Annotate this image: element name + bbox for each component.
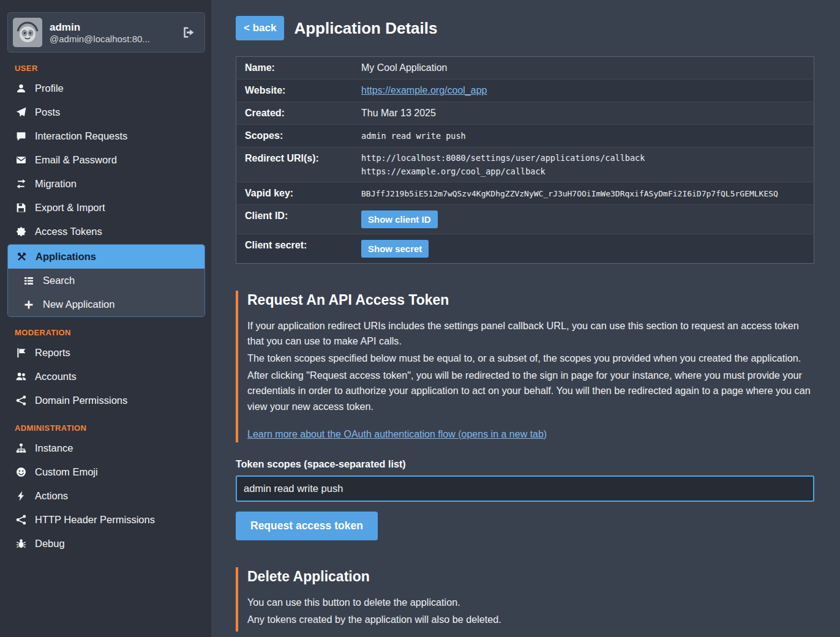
user-card[interactable]: admin @admin@localhost:80... — [7, 12, 205, 53]
request-token-section: Request An API Access Token If your appl… — [236, 291, 814, 442]
scopes-value: admin read write push — [361, 125, 814, 147]
seal-icon — [15, 226, 27, 237]
section-label-user: USER — [15, 64, 205, 73]
settings-panel: admin @admin@localhost:80... USER Profil… — [0, 0, 840, 637]
section-label-moderation: MODERATION — [15, 328, 205, 337]
sidebar-item-label: Debug — [35, 538, 65, 549]
section-paragraph: After clicking "Request access token", y… — [247, 368, 814, 414]
website-link[interactable]: https://example.org/cool_app — [361, 85, 487, 95]
user-icon — [15, 83, 27, 94]
logout-icon[interactable] — [180, 24, 197, 41]
sidebar-item-custom-emoji[interactable]: Custom Emoji — [7, 460, 205, 484]
table-row: Website: https://example.org/cool_app — [236, 80, 814, 102]
users-icon — [15, 371, 27, 382]
back-button[interactable]: < back — [236, 16, 284, 40]
request-access-token-button[interactable]: Request access token — [236, 512, 378, 540]
sidebar-item-new-application[interactable]: New Application — [8, 292, 204, 316]
sidebar-item-label: Domain Permissions — [35, 395, 127, 406]
token-scopes-input[interactable] — [236, 475, 814, 502]
bolt-icon — [15, 491, 27, 501]
table-row: Vapid key: BBJffJ219b5iE512m7wQSzv4KgKDh… — [236, 182, 814, 205]
username: admin — [50, 21, 173, 34]
sidebar-item-debug[interactable]: Debug — [7, 532, 205, 556]
applications-subnav: Search New Application — [8, 269, 204, 316]
smiley-icon — [15, 467, 27, 477]
section-title: Request An API Access Token — [247, 292, 814, 308]
sidebar-item-http-header-permissions[interactable]: HTTP Header Permissions — [7, 508, 205, 532]
table-row: Redirect URI(s): http://localhost:8080/s… — [236, 147, 814, 182]
sidebar-item-domain-permissions[interactable]: Domain Permissions — [7, 389, 205, 412]
sidebar-item-export-import[interactable]: Export & Import — [7, 196, 205, 220]
sidebar-item-applications[interactable]: Applications — [8, 245, 204, 269]
avatar — [13, 18, 42, 47]
row-label: Client secret: — [236, 234, 362, 264]
sidebar-item-access-tokens[interactable]: Access Tokens — [7, 220, 205, 244]
sidebar-item-accounts[interactable]: Accounts — [7, 365, 205, 389]
share-nodes-icon — [15, 395, 27, 406]
table-row: Created: Thu Mar 13 2025 — [236, 102, 814, 125]
delete-application-section: Delete Application You can use this butt… — [236, 567, 814, 631]
sidebar-item-label: Custom Emoji — [35, 466, 98, 478]
application-name: My Cool Application — [361, 57, 814, 80]
sidebar-item-posts[interactable]: Posts — [7, 100, 205, 124]
application-details-page: < back Application Details Name: My Cool… — [211, 0, 840, 637]
application-details-table: Name: My Cool Application Website: https… — [236, 56, 814, 264]
show-client-id-button[interactable]: Show client ID — [361, 210, 438, 228]
sidebar-item-reports[interactable]: Reports — [7, 341, 205, 365]
sidebar-item-profile[interactable]: Profile — [7, 76, 205, 100]
user-handle: @admin@localhost:80... — [50, 34, 173, 44]
row-label: Scopes: — [236, 125, 362, 147]
show-secret-button[interactable]: Show secret — [361, 240, 429, 258]
sidebar-item-label: Actions — [35, 490, 68, 502]
created-date: Thu Mar 13 2025 — [361, 102, 814, 125]
table-row: Scopes: admin read write push — [236, 125, 814, 147]
page-title: Application Details — [294, 19, 437, 38]
plus-icon — [23, 300, 35, 310]
vapid-key-value: BBJffJ219b5iE512m7wQSzv4KgKDhgZZVzNyWC_r… — [361, 182, 814, 205]
list-icon — [23, 276, 35, 286]
section-paragraph: Any tokens created by the application wi… — [247, 612, 814, 627]
sidebar-item-migration[interactable]: Migration — [7, 172, 205, 196]
sidebar-item-label: Profile — [35, 83, 64, 94]
table-row: Name: My Cool Application — [236, 57, 814, 80]
sidebar: admin @admin@localhost:80... USER Profil… — [0, 0, 211, 637]
applications-group: Applications Search New Application — [7, 244, 205, 317]
paper-plane-icon — [15, 107, 27, 117]
section-paragraph: If your application redirect URIs includ… — [247, 318, 814, 349]
section-paragraph: The token scopes specified below must be… — [247, 351, 814, 366]
row-label: Client ID: — [236, 205, 362, 234]
page-header: < back Application Details — [236, 16, 814, 40]
floppy-disk-icon — [15, 203, 27, 213]
row-label: Created: — [236, 102, 362, 125]
user-meta: admin @admin@localhost:80... — [50, 21, 173, 44]
comment-icon — [15, 131, 27, 141]
bug-icon — [15, 538, 27, 549]
section-paragraph: You can use this button to delete the ap… — [247, 595, 814, 610]
flag-icon — [15, 348, 27, 358]
table-row: Client ID: Show client ID — [236, 205, 814, 234]
sidebar-item-label: Posts — [35, 106, 60, 118]
sidebar-item-interaction-requests[interactable]: Interaction Requests — [7, 124, 205, 148]
sidebar-item-label: Accounts — [35, 371, 77, 382]
redirect-uri: https://example.org/cool_app/callback — [361, 166, 808, 176]
tools-icon — [15, 251, 28, 262]
sidebar-item-label: HTTP Header Permissions — [35, 514, 155, 526]
sidebar-item-instance[interactable]: Instance — [7, 436, 205, 460]
sidebar-item-label: Migration — [35, 178, 77, 190]
sidebar-item-email-password[interactable]: Email & Password — [7, 148, 205, 172]
row-label: Redirect URI(s): — [236, 147, 362, 182]
share-nodes-icon — [15, 515, 27, 525]
row-label: Name: — [236, 57, 362, 80]
token-scopes-label: Token scopes (space-separated list) — [236, 458, 814, 470]
sidebar-item-label: Instance — [35, 442, 73, 454]
sidebar-item-label: Email & Password — [35, 154, 117, 166]
sitemap-icon — [15, 443, 27, 453]
sidebar-item-label: Access Tokens — [35, 226, 102, 237]
row-label: Website: — [236, 80, 362, 102]
sidebar-item-label: New Application — [43, 299, 114, 310]
sidebar-item-actions[interactable]: Actions — [7, 484, 205, 508]
oauth-docs-link[interactable]: Learn more about the OAuth authenticatio… — [247, 429, 547, 439]
sidebar-item-applications-search[interactable]: Search — [8, 269, 204, 292]
section-title: Delete Application — [247, 568, 814, 585]
arrows-exchange-icon — [15, 179, 27, 189]
